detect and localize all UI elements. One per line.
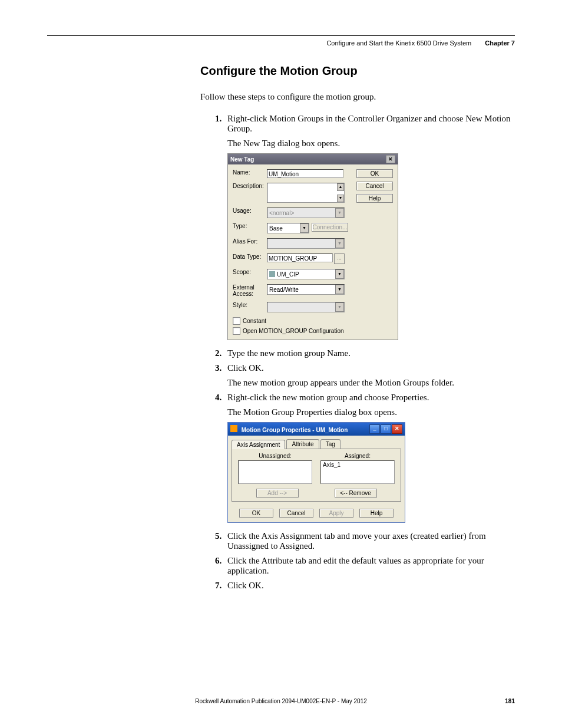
style-label: Style: [233,302,267,308]
header-title: Configure and Start the Kinetix 6500 Dri… [326,39,471,47]
step-5-text: Click the Axis Assignment tab and move y… [227,531,486,551]
scope-label: Scope: [233,269,267,275]
step-1: Right-click Motion Groups in the Control… [224,114,515,340]
chevron-down-icon[interactable]: ▼ [300,223,309,233]
step-4-sub: The Motion Group Properties dialog box o… [227,407,515,417]
remove-button[interactable]: <-- Remove [335,489,377,498]
tab-panel-axis-assignment: Unassigned: Assigned: Axis_1 A [232,449,401,502]
cancel-button[interactable]: Cancel [356,182,393,190]
chevron-down-icon: ▼ [335,302,344,312]
dialog1-title: New Tag [230,156,254,163]
step-2-text: Type the new motion group Name. [227,348,351,358]
step-6: Click the Attribute tab and edit the def… [224,556,515,576]
motion-group-icon [230,425,237,432]
constant-label: Constant [243,318,266,324]
scroll-down-icon[interactable]: ▼ [337,195,344,202]
apply-button[interactable]: Apply [319,509,353,518]
ok-button[interactable]: OK [356,169,393,178]
minimize-icon[interactable]: _ [369,424,380,434]
intro-text: Follow these steps to configure the moti… [200,92,515,102]
dialog2-tabs: Axis Assignment Attribute Tag [232,439,401,449]
motion-group-properties-dialog: Motion Group Properties - UM_Motion _ □ … [227,422,405,523]
tab-axis-assignment[interactable]: Axis Assignment [232,440,285,449]
step-4: Right-click the new motion group and cho… [224,393,515,523]
chevron-down-icon: ▼ [335,208,344,218]
assigned-label: Assigned: [320,453,395,459]
footer-publication: Rockwell Automation Publication 2094-UM0… [0,698,562,704]
step-3-text: Click OK. [227,363,264,373]
step-7-text: Click OK. [227,581,264,590]
open-config-label: Open MOTION_GROUP Configuration [243,328,344,334]
help-button[interactable]: Help [356,194,393,203]
step-3: Click OK. The new motion group appears u… [224,363,515,388]
tab-attribute[interactable]: Attribute [286,439,319,449]
step-3-sub: The new motion group appears under the M… [227,378,515,388]
new-tag-dialog: New Tag ✕ OK Cancel Help Name: UM_Motion [227,153,398,340]
alias-for-combo: ▼ [267,238,345,249]
style-combo: ▼ [267,302,345,312]
help-button[interactable]: Help [359,509,394,518]
dialog1-titlebar: New Tag ✕ [228,154,398,164]
close-icon[interactable]: ✕ [386,155,395,163]
scroll-up-icon[interactable]: ▲ [337,183,344,191]
alias-for-label: Alias For: [233,238,267,245]
name-input[interactable]: UM_Motion [267,169,343,178]
steps-list: Right-click Motion Groups in the Control… [200,114,515,591]
controller-icon [269,271,275,277]
external-access-label: External Access: [233,284,267,297]
step-2: Type the new motion group Name. [224,348,515,358]
scope-value: UM_CIP [277,270,299,279]
unassigned-label: Unassigned: [238,453,312,459]
page-number: 181 [505,698,515,704]
step-4-text: Right-click the new motion group and cho… [227,393,429,402]
data-type-input[interactable]: MOTION_GROUP [267,253,333,262]
cancel-button[interactable]: Cancel [279,509,313,518]
external-access-combo[interactable]: Read/Write ▼ [267,284,345,295]
header-chapter: Chapter 7 [485,39,515,47]
step-7: Click OK. [224,581,515,591]
tab-tag[interactable]: Tag [320,439,340,449]
constant-checkbox[interactable] [233,317,240,325]
usage-value: <normal> [267,209,296,218]
close-icon[interactable]: ✕ [392,424,402,434]
constant-checkbox-row[interactable]: Constant [233,317,393,325]
add-button[interactable]: Add --> [256,489,299,498]
page-header: Configure and Start the Kinetix 6500 Dri… [47,39,515,47]
name-label: Name: [233,169,267,176]
dialog2-titlebar: Motion Group Properties - UM_Motion _ □ … [228,423,405,436]
step-1-sub: The New Tag dialog box opens. [227,139,515,149]
dialog1-button-column: OK Cancel Help [356,169,393,203]
type-value: Base [267,224,285,233]
description-label: Description: [233,183,267,189]
type-label: Type: [233,223,267,229]
dialog2-title: Motion Group Properties - UM_Motion [242,427,348,433]
ok-button[interactable]: OK [239,509,273,518]
scope-combo[interactable]: UM_CIP ▼ [267,269,345,279]
chevron-down-icon[interactable]: ▼ [335,285,344,294]
chevron-down-icon[interactable]: ▼ [335,269,344,279]
data-type-label: Data Type: [233,253,267,260]
maximize-icon[interactable]: □ [381,424,391,434]
open-config-checkbox[interactable] [233,327,240,335]
connection-button: Connection... [312,223,348,232]
assigned-listbox[interactable]: Axis_1 [320,460,395,484]
unassigned-listbox[interactable] [238,460,312,484]
data-type-browse-button[interactable]: ... [334,253,345,264]
external-access-value: Read/Write [267,285,300,294]
type-combo[interactable]: Base ▼ [267,223,309,233]
section-title: Configure the Motion Group [200,64,515,78]
dialog2-footer-buttons: OK Cancel Apply Help [228,505,405,522]
chevron-down-icon: ▼ [335,239,344,248]
open-config-checkbox-row[interactable]: Open MOTION_GROUP Configuration [233,327,393,335]
step-5: Click the Axis Assignment tab and move y… [224,531,515,551]
step-6-text: Click the Attribute tab and edit the def… [227,556,484,575]
list-item[interactable]: Axis_1 [323,462,392,468]
description-textarea[interactable]: ▲ ▼ [267,183,345,203]
usage-combo: <normal> ▼ [267,207,345,218]
usage-label: Usage: [233,207,267,214]
step-1-text: Right-click Motion Groups in the Control… [227,114,510,133]
description-scroll[interactable]: ▲ ▼ [337,183,344,202]
